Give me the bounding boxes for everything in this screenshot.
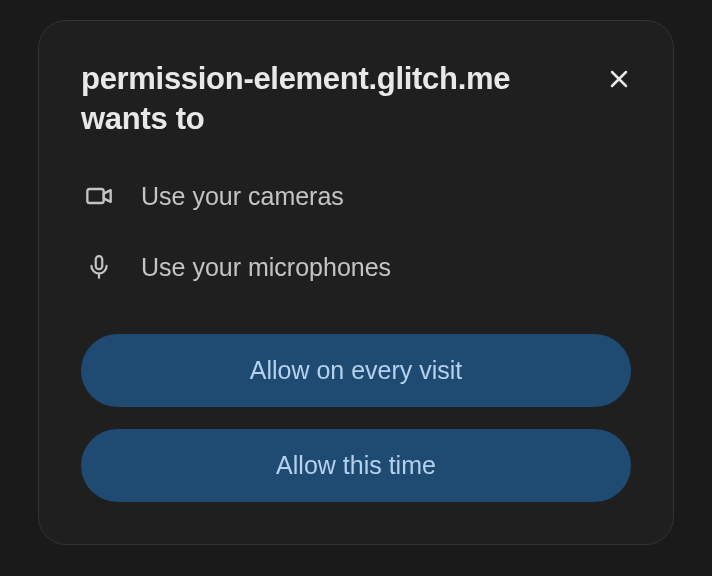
permission-item-microphone: Use your microphones	[85, 253, 631, 282]
button-group: Allow on every visit Allow this time	[81, 334, 631, 502]
permission-list: Use your cameras Use your microphones	[81, 182, 631, 282]
dialog-site: permission-element.glitch.me	[81, 61, 510, 96]
dialog-title: permission-element.glitch.me wants to	[81, 59, 601, 140]
permission-label: Use your microphones	[141, 253, 391, 282]
allow-every-visit-button[interactable]: Allow on every visit	[81, 334, 631, 407]
dialog-header: permission-element.glitch.me wants to	[81, 59, 631, 140]
permission-dialog: permission-element.glitch.me wants to Us…	[38, 20, 674, 545]
close-icon	[607, 67, 631, 94]
camera-icon	[85, 182, 113, 210]
svg-rect-3	[96, 256, 103, 269]
dialog-title-suffix: wants to	[81, 101, 204, 136]
close-button[interactable]	[603, 63, 635, 98]
permission-item-camera: Use your cameras	[85, 182, 631, 211]
microphone-icon	[85, 253, 113, 281]
svg-rect-2	[87, 189, 103, 203]
allow-this-time-button[interactable]: Allow this time	[81, 429, 631, 502]
permission-label: Use your cameras	[141, 182, 344, 211]
